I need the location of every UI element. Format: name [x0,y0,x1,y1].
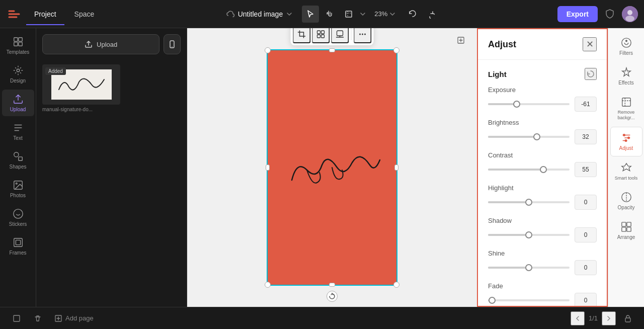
contrast-track[interactable] [488,169,570,171]
top-bar-right: Export [557,6,638,22]
sidebar-item-stickers[interactable]: Stickers [2,204,34,231]
mobile-button[interactable] [164,34,181,54]
rotate-handle[interactable] [327,291,338,302]
undo-redo-group [404,6,439,23]
svg-point-29 [359,34,361,35]
exposure-track[interactable] [488,103,570,105]
redo-btn[interactable] [422,6,439,23]
fade-track[interactable] [488,299,570,301]
hand-tool-btn[interactable] [321,6,338,23]
page-indicator: 1/1 [589,314,598,322]
upload-btn-label: Upload [97,41,117,48]
light-reset-btn[interactable] [585,68,597,80]
upload-icon [13,94,24,105]
svg-rect-9 [14,42,17,46]
export-button[interactable]: Export [557,6,598,22]
right-tool-filters[interactable]: Filters [610,32,642,61]
zoom-value: 23% [374,10,387,18]
right-tool-remove-bg[interactable]: Remove backgr... [610,92,642,126]
adjust-tool-label: Adjust [619,145,633,151]
brightness-value[interactable]: 32 [575,129,597,144]
frame-tool-btn[interactable] [340,6,357,23]
select-tool-btn[interactable] [302,6,319,23]
logo-icon[interactable] [6,6,22,22]
arrange-label: Arrange [617,234,635,240]
shapes-icon [13,151,24,162]
tab-space[interactable]: Space [66,7,103,21]
contrast-control: 55 [488,162,597,177]
right-tool-opacity[interactable]: Opacity [610,187,642,215]
shine-thumb[interactable] [525,264,532,271]
right-tool-smart-tools[interactable]: Smart tools [610,157,642,186]
top-bar-center: Untitled image [106,6,553,23]
panel-area: Upload Added manual [36,28,187,307]
shadow-value[interactable]: 0 [575,227,597,242]
right-tool-effects[interactable]: Effects [610,62,642,91]
sidebar-item-photos[interactable]: Photos [2,176,34,202]
shadow-thumb[interactable] [525,231,532,238]
zoom-button[interactable]: 23% [370,8,399,20]
svg-rect-39 [626,222,630,226]
prev-page-btn[interactable] [571,311,585,325]
add-page-button[interactable]: Add page [50,312,98,324]
exposure-thumb[interactable] [513,101,520,108]
shadow-track[interactable] [488,234,570,236]
avatar[interactable] [622,6,638,22]
design-icon [13,65,24,76]
fade-value[interactable]: 0 [575,293,597,307]
signature-svg [282,140,382,195]
delete-btn[interactable] [29,310,46,327]
highlight-fill [488,201,529,203]
adjust-close-btn[interactable]: ✕ [583,37,597,51]
sidebar-item-frames[interactable]: Frames [2,233,34,260]
brightness-label: Brightness [488,119,597,126]
sidebar-item-upload[interactable]: Upload [2,90,34,116]
lock-icon[interactable] [620,310,636,326]
svg-rect-40 [621,227,625,231]
brightness-track[interactable] [488,136,570,138]
text-label: Text [13,135,22,141]
sidebar-item-templates[interactable]: Templates [2,32,34,59]
pages-btn[interactable] [8,310,25,327]
photos-label: Photos [10,193,26,198]
shine-track[interactable] [488,267,570,269]
highlight-track[interactable] [488,201,570,203]
toolbar-tools [302,6,366,23]
shield-icon[interactable] [602,6,618,22]
highlight-value[interactable]: 0 [575,195,597,210]
contrast-label: Contrast [488,151,597,159]
brightness-thumb[interactable] [533,133,540,140]
highlight-thumb[interactable] [525,199,532,206]
crop-btn[interactable] [293,28,311,43]
tab-project[interactable]: Project [26,7,64,21]
undo-btn[interactable] [404,6,421,23]
light-section: Light Exposure -61 [478,60,607,307]
canvas-area[interactable]: Page 1 [187,28,477,307]
photos-icon [13,180,24,191]
sidebar-item-shapes[interactable]: Shapes [2,147,34,174]
contrast-value[interactable]: 55 [575,162,597,177]
upload-button[interactable]: Upload [42,34,159,54]
shine-value[interactable]: 0 [575,260,597,275]
page-expand-btn[interactable] [455,34,467,46]
sidebar-item-text[interactable]: Text [2,118,34,145]
light-title: Light [488,70,507,78]
more-options-btn[interactable] [354,28,372,43]
fade-thumb[interactable] [489,297,496,304]
svg-rect-41 [626,227,630,231]
stamp-btn[interactable] [331,28,349,43]
exposure-value[interactable]: -61 [575,97,597,112]
svg-point-33 [625,40,627,42]
highlight-label: Highlight [488,184,597,192]
right-tool-adjust[interactable]: Adjust [610,127,642,156]
right-tool-arrange[interactable]: Arrange [610,216,642,245]
file-name-button[interactable]: Untitled image [221,7,298,22]
next-page-btn[interactable] [602,311,616,325]
shapes-label: Shapes [10,164,27,170]
contrast-thumb[interactable] [540,166,547,173]
image-card[interactable]: Added manual-signature-do... [42,64,120,112]
grid-btn[interactable] [312,28,330,43]
shadow-control: 0 [488,227,597,242]
svg-point-5 [627,10,632,15]
sidebar-item-design[interactable]: Design [2,61,34,88]
